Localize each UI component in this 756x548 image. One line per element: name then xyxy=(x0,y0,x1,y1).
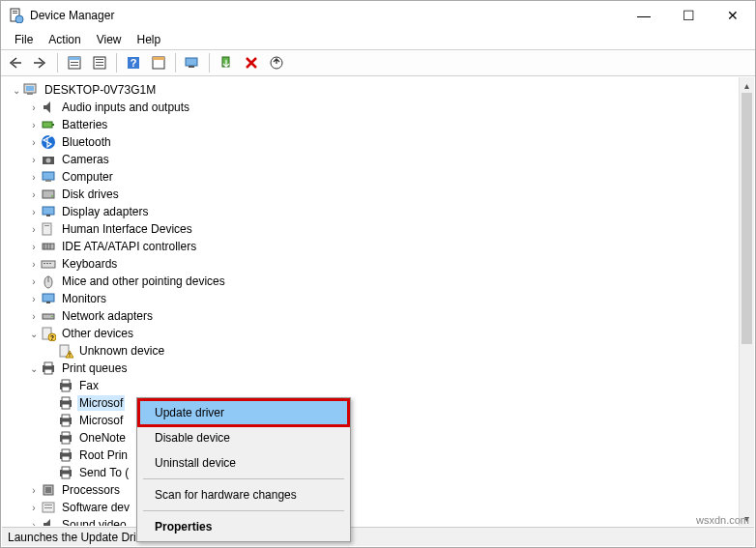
svg-rect-57 xyxy=(44,362,52,366)
expander-icon[interactable]: › xyxy=(27,137,41,148)
expander-icon[interactable]: › xyxy=(27,189,41,200)
menu-file[interactable]: File xyxy=(7,31,41,48)
scroll-up-icon[interactable]: ▴ xyxy=(740,77,754,93)
svg-rect-5 xyxy=(69,57,80,60)
svg-rect-11 xyxy=(96,65,103,66)
category-ide[interactable]: ›IDE ATA/ATAPI controllers xyxy=(10,238,740,255)
printer-icon xyxy=(41,361,56,376)
window-title: Device Manager xyxy=(30,9,622,22)
expander-icon[interactable]: › xyxy=(27,259,41,270)
category-cam[interactable]: ›Cameras xyxy=(10,151,740,168)
ctx-uninstall-device[interactable]: Uninstall device xyxy=(139,450,348,476)
expander-icon[interactable]: › xyxy=(27,242,41,252)
category-label: Other devices xyxy=(60,326,135,341)
svg-rect-28 xyxy=(43,172,54,180)
action-button[interactable] xyxy=(148,52,169,73)
device-unknown[interactable]: ! Unknown device xyxy=(10,342,740,360)
device-tree[interactable]: ⌄ DESKTOP-0V73G1M ›Audio inputs and outp… xyxy=(2,77,740,526)
category-comp[interactable]: ›Computer xyxy=(10,168,740,186)
printer-icon xyxy=(58,395,73,411)
enable-device-button[interactable] xyxy=(216,52,237,73)
expander-icon[interactable]: › xyxy=(27,276,41,287)
category-other-devices[interactable]: ⌄ ? Other devices xyxy=(10,325,740,342)
expander-icon[interactable]: › xyxy=(27,102,41,113)
category-hid[interactable]: ›Human Interface Devices xyxy=(10,220,740,238)
expander-icon[interactable]: › xyxy=(27,207,41,217)
ctx-properties[interactable]: Properties xyxy=(139,514,348,539)
category-more-1[interactable]: ›Software dev xyxy=(10,499,740,516)
expander-icon[interactable]: ⌄ xyxy=(27,363,41,374)
expander-icon[interactable]: › xyxy=(27,172,41,183)
expander-icon[interactable]: › xyxy=(27,294,41,304)
close-button[interactable]: ✕ xyxy=(711,1,755,30)
disp-icon xyxy=(41,204,56,219)
update-driver-button[interactable] xyxy=(266,52,287,73)
printer-icon xyxy=(58,430,73,446)
disk-icon xyxy=(41,187,56,202)
expander-icon[interactable]: › xyxy=(27,503,41,513)
scrollbar-thumb[interactable] xyxy=(741,93,752,344)
print-queue-item[interactable]: Microsof xyxy=(10,412,740,429)
vertical-scrollbar[interactable]: ▴ ▾ xyxy=(739,77,754,526)
svg-rect-34 xyxy=(43,223,51,235)
print-queue-item[interactable]: Microsof xyxy=(10,394,740,412)
category-kb[interactable]: ›Keyboards xyxy=(10,255,740,273)
ctx-update-driver[interactable]: Update driver xyxy=(139,400,348,425)
category-audio[interactable]: ›Audio inputs and outputs xyxy=(10,99,740,116)
menu-help[interactable]: Help xyxy=(130,31,169,48)
forward-button[interactable] xyxy=(30,52,51,73)
category-label: Batteries xyxy=(60,117,109,132)
maximize-button[interactable]: ☐ xyxy=(666,1,711,30)
expander-icon[interactable]: › xyxy=(27,485,41,496)
root-node[interactable]: ⌄ DESKTOP-0V73G1M xyxy=(10,81,740,99)
expander-icon[interactable]: › xyxy=(27,155,41,165)
category-disk[interactable]: ›Disk drives xyxy=(10,186,740,203)
category-label: Bluetooth xyxy=(60,134,113,150)
expander-icon[interactable]: ⌄ xyxy=(10,85,23,96)
category-print-queues[interactable]: ⌄ Print queues xyxy=(10,360,740,377)
svg-rect-16 xyxy=(186,58,197,66)
print-queue-item[interactable]: Send To ( xyxy=(10,464,740,481)
svg-rect-66 xyxy=(62,415,70,418)
category-more-2[interactable]: ›Sound video xyxy=(10,516,740,526)
minimize-button[interactable]: — xyxy=(622,1,666,30)
category-more-0[interactable]: ›Processors xyxy=(10,481,740,499)
expander-icon[interactable]: › xyxy=(27,311,41,322)
print-queue-item[interactable]: Root Prin xyxy=(10,447,740,464)
category-disp[interactable]: ›Display adapters xyxy=(10,203,740,220)
uninstall-device-button[interactable] xyxy=(241,52,262,73)
menu-view[interactable]: View xyxy=(89,31,130,48)
category-bt[interactable]: ›Bluetooth xyxy=(10,133,740,151)
svg-rect-22 xyxy=(27,93,33,95)
context-menu: Update driver Disable device Uninstall d… xyxy=(136,397,351,542)
svg-rect-42 xyxy=(46,263,48,264)
menu-action[interactable]: Action xyxy=(41,31,88,48)
expander-icon[interactable]: › xyxy=(27,224,41,235)
properties-button[interactable] xyxy=(89,52,110,73)
scan-hardware-button[interactable] xyxy=(182,52,203,73)
toolbar-separator xyxy=(116,53,117,72)
category-batt[interactable]: ›Batteries xyxy=(10,116,740,133)
expander-icon[interactable]: › xyxy=(27,120,41,130)
ctx-scan-hardware[interactable]: Scan for hardware changes xyxy=(139,482,348,507)
category-label: Mice and other pointing devices xyxy=(60,274,227,289)
ctx-disable-device[interactable]: Disable device xyxy=(139,425,348,450)
device-tree-pane: ⌄ DESKTOP-0V73G1M ›Audio inputs and outp… xyxy=(2,77,740,526)
device-label: Send To ( xyxy=(77,465,131,480)
svg-text:?: ? xyxy=(131,57,137,69)
bt-icon xyxy=(41,134,56,150)
toolbar: ? xyxy=(1,49,755,76)
back-button[interactable] xyxy=(5,52,26,73)
show-hide-tree-button[interactable] xyxy=(64,52,85,73)
category-mice[interactable]: ›Mice and other pointing devices xyxy=(10,273,740,290)
expander-icon[interactable]: ⌄ xyxy=(27,329,41,339)
print-queue-item[interactable]: Fax xyxy=(10,377,740,394)
category-mon[interactable]: ›Monitors xyxy=(10,290,740,307)
category-label: Monitors xyxy=(60,291,108,306)
print-queue-item[interactable]: OneNote xyxy=(10,429,740,447)
help-button[interactable]: ? xyxy=(123,52,144,73)
expander-icon[interactable]: › xyxy=(27,520,41,527)
svg-rect-21 xyxy=(26,86,34,91)
hid-icon xyxy=(41,221,56,237)
category-net[interactable]: ›Network adapters xyxy=(10,307,740,325)
